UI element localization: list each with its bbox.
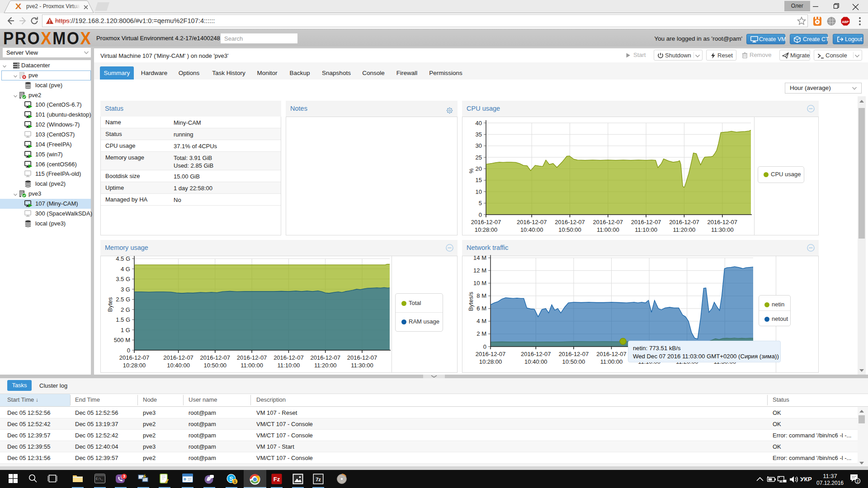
svg-text:2: 2 — [857, 479, 859, 483]
svg-text:C:\_: C:\_ — [96, 478, 103, 481]
svg-text:ABP: ABP — [842, 20, 849, 24]
svg-text:7z: 7z — [316, 477, 321, 482]
svg-text:3: 3 — [123, 474, 125, 479]
svg-text:1: 1 — [234, 479, 236, 484]
svg-text:Fz: Fz — [274, 476, 280, 483]
